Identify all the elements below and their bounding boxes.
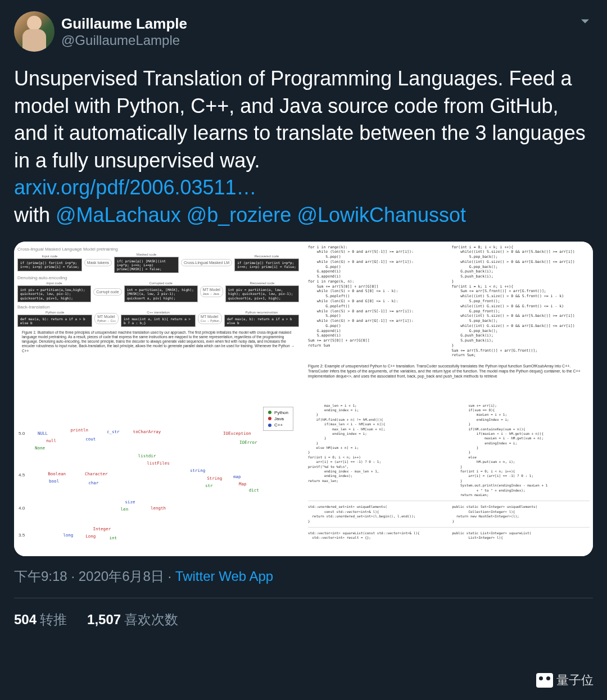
- scatter-word: IOException: [223, 430, 251, 435]
- fig1-code-cpp3: int max(int a, int b){ return a > b ? a …: [121, 315, 196, 327]
- scatter-word: dict: [249, 487, 259, 492]
- meta-sep1: ·: [67, 569, 79, 584]
- scatter-word: String: [207, 475, 222, 480]
- scatter-word: str: [205, 483, 213, 488]
- fig4-left-a: max_len = i + 1; ending_index = i; } if(…: [308, 403, 446, 498]
- media-scatter[interactable]: Python Java C++ 5.04.54.03.5NULLnullNone…: [14, 400, 302, 556]
- fig4-block-a: max_len = i + 1; ending_index = i; } if(…: [308, 403, 590, 498]
- scatter-word: Integer: [93, 526, 111, 531]
- meta-source[interactable]: Twitter Web App: [175, 569, 273, 584]
- fig1-arrow-xlm: Cross-Lingual Masked LM: [181, 259, 232, 266]
- fig1-lbl-python: Python code: [17, 311, 92, 314]
- scatter-word: len: [121, 507, 129, 512]
- scatter-word: cout: [85, 437, 96, 442]
- fig1-lbl-recovered: Recovered code: [234, 254, 299, 258]
- scatter-word: NULL: [38, 430, 48, 435]
- fig1-code-py3: def max(a, b): return a if a > b else b: [17, 315, 92, 327]
- fig1-arrow-corrupt: Corrupt code: [93, 288, 121, 296]
- scatter-word: toCharArray: [133, 429, 161, 434]
- fig1-code-rec1: if (prime[p]) for(int i=p*p; i<=n; i+=p)…: [234, 258, 299, 271]
- scatter-word: println: [70, 428, 88, 433]
- likes-label: 喜欢次数: [124, 612, 178, 627]
- ytick: 5.0: [19, 430, 25, 435]
- ytick: 3.5: [19, 532, 25, 537]
- scatter-word: listdir: [138, 453, 156, 458]
- retweets-label: 转推: [40, 612, 67, 627]
- scatter-word: c_str: [107, 429, 120, 434]
- scatter-word: listFiles: [147, 460, 170, 465]
- scatter-word: Boolean: [48, 471, 66, 476]
- fig1-code-cor2: int = partition(a, [MASK], high); [MASK]…: [124, 285, 198, 302]
- legend-cpp: C++: [274, 422, 283, 428]
- tweet-container: Guillaume Lample @GuillaumeLample Unsupe…: [0, 0, 607, 640]
- meta-time[interactable]: 下午9:18: [14, 569, 67, 584]
- fig4-left-c: std::vector<int> squareList(const std::v…: [308, 531, 446, 540]
- author-block[interactable]: Guillaume Lample @GuillaumeLample: [61, 15, 187, 48]
- author-name: Guillaume Lample: [61, 15, 187, 33]
- scatter-word: char: [88, 480, 98, 485]
- scatter-word: map: [233, 474, 241, 479]
- fig1-code-pyr3: def max(a, b): return a if a > b else b: [224, 315, 299, 327]
- scatter-word: long: [63, 532, 73, 537]
- fig1-section2: Denoising auto-encoding: [17, 275, 299, 280]
- media-figure4[interactable]: max_len = i + 1; ending_index = i; } if(…: [305, 400, 593, 556]
- mention-broziere[interactable]: @b_roziere: [187, 203, 292, 226]
- fig1-row3: Python code def max(a, b): return a if a…: [17, 311, 299, 327]
- retweets-count: 504: [14, 612, 37, 627]
- watermark-icon: [536, 673, 553, 688]
- fig1-row2: Input code int piv = partition(a,low,hig…: [17, 281, 299, 302]
- fig1-lbl-pyrec: Python reconstruction: [224, 311, 299, 314]
- fig4-block-c: std::vector<int> squareList(const std::v…: [308, 531, 590, 540]
- fig1-arrow-mt3: MT ModelC++ → Python: [198, 313, 222, 324]
- fig2-right: for(int i = 0; i < k; i ++){ while((int)…: [452, 245, 590, 358]
- fig1-section1: Cross-lingual Masked Language Model pret…: [17, 247, 299, 252]
- media-figure1[interactable]: Cross-lingual Masked Language Model pret…: [14, 242, 302, 398]
- fig4-block-b: std::unordered_set<int> uniqueElements( …: [308, 504, 590, 524]
- tweet-meta: 下午9:18 · 2020年6月8日 · Twitter Web App: [14, 567, 593, 585]
- fig2-left: for i in range(k): while (len(S) > 0 and…: [308, 245, 446, 358]
- chevron-down-icon[interactable]: [577, 13, 593, 31]
- fig1-code-in1: if (prime[p]) for(int i=p*p; i<=n; i+=p)…: [17, 258, 82, 271]
- media-figure2[interactable]: for i in range(k): while (len(S) > 0 and…: [305, 242, 593, 398]
- avatar[interactable]: [14, 11, 55, 52]
- fig1-row1: Input code if (prime[p]) for(int i=p*p; …: [17, 253, 299, 274]
- scatter-word: int: [110, 535, 117, 540]
- scatter-word: length: [151, 505, 166, 510]
- fig4-right-b: public static Set<Integer> uniqueElement…: [452, 504, 590, 524]
- fig1-lbl-corrupt: Corrupted code: [124, 281, 198, 285]
- likes-count: 1,507: [87, 612, 121, 627]
- fig1-lbl-input2: Input code: [17, 281, 91, 285]
- tweet-body: Unsupervised Translation of Programming …: [14, 65, 593, 229]
- stat-retweets[interactable]: 504转推: [14, 611, 67, 629]
- fig2-code: for i in range(k): while (len(S) > 0 and…: [308, 245, 590, 358]
- meta-sep2: ·: [164, 569, 175, 584]
- fig4-left-b: std::unordered_set<int> uniqueElements( …: [308, 504, 446, 524]
- scatter-word: Long: [85, 534, 96, 539]
- fig1-lbl-recovered2: Recovered code: [225, 281, 299, 285]
- meta-date[interactable]: 2020年6月8日: [79, 569, 164, 584]
- fig1-arrow-mask: Mask tokens: [84, 259, 112, 266]
- mention-lowik[interactable]: @LowikChanussot: [297, 203, 466, 226]
- scatter-word: size: [125, 499, 135, 504]
- tweet-stats: 504转推 1,507喜欢次数: [14, 611, 593, 629]
- scatter-word: Map: [239, 481, 247, 487]
- fig1-caption: Figure 1: Illustration of the three prin…: [17, 330, 299, 353]
- watermark: 量子位: [536, 672, 594, 689]
- with-prefix: with: [14, 203, 56, 226]
- arxiv-link[interactable]: arxiv.org/pdf/2006.03511…: [14, 176, 257, 199]
- fig1-lbl-masked: Masked code: [114, 253, 179, 256]
- tweet-text: Unsupervised Translation of Programming …: [14, 67, 586, 172]
- scatter-word: Character: [85, 471, 108, 476]
- fig1-code-rec2: int piv = partition(a, low, high); quick…: [225, 285, 299, 302]
- mention-malachaux[interactable]: @MaLachaux: [56, 203, 181, 226]
- legend-python: Python: [274, 410, 288, 416]
- fig1-section3: Back-translation: [17, 304, 299, 310]
- stat-likes[interactable]: 1,507喜欢次数: [87, 611, 178, 629]
- fig1-arrow-mt1: MT ModelJava → Java: [200, 286, 223, 297]
- watermark-text: 量子位: [556, 672, 594, 689]
- fig2-caption: Figure 2: Example of unsupervised Python…: [308, 363, 590, 379]
- fig4-right-a: sum += arr[i]; if(sum == 0){ maxLen = i …: [452, 403, 590, 498]
- tweet-header: Guillaume Lample @GuillaumeLample: [14, 11, 593, 52]
- scatter-legend: Python Java C++: [263, 407, 293, 431]
- fig1-code-mask1: if( prime[p]) [MASK](int i=p*p; i<=n; i+…: [114, 257, 179, 274]
